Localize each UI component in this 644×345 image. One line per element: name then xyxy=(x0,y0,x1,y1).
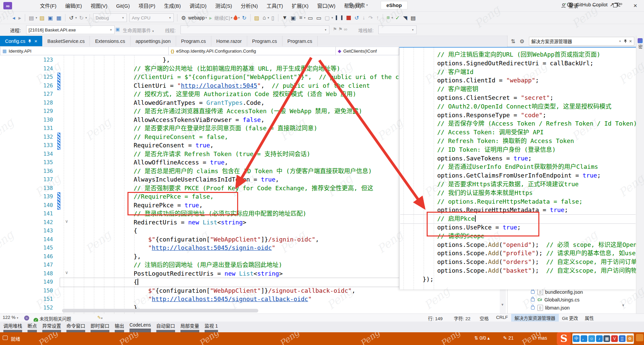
code-line[interactable]: 151 "http://localhost:5045/signout-callb… xyxy=(0,295,507,303)
panel-tab[interactable]: 输出 xyxy=(115,322,124,332)
restart-icon[interactable]: ↻ xyxy=(240,15,248,21)
type-dropdown[interactable]: {} eShop.Identity.API.Configuration.Conf… xyxy=(168,47,339,55)
ime-emoji-icon[interactable]: ☺ xyxy=(588,335,595,342)
pin-icon[interactable] xyxy=(28,39,32,43)
code-line[interactable]: // 客户端Id xyxy=(399,68,636,76)
menu-item[interactable]: 窗口(W) xyxy=(313,0,340,11)
thread-combo[interactable]: ▾ xyxy=(180,25,329,34)
ime-mic-icon[interactable]: ♪ xyxy=(596,335,603,342)
tool-window-tab[interactable]: 属性 xyxy=(582,314,597,322)
document-outline-icon[interactable]: ▯ xyxy=(270,15,276,21)
ime-toolbar[interactable]: 中，☺♪▦V▒⚙ xyxy=(572,333,634,344)
code-line[interactable]: // 是否要求Https请求元数据, 正式环境建议true xyxy=(399,180,636,189)
code-line[interactable]: options.SaveTokens = true; xyxy=(399,154,636,163)
menu-item[interactable]: 生成(B) xyxy=(160,0,185,11)
code-line[interactable]: // 用户注销后重定向的URL (回到WebApp首页或指定页面) xyxy=(399,50,636,59)
code-line[interactable]: // 是否通过UserInfo EndPoint获取额外的用户Claims xyxy=(399,162,636,171)
restart-debug-icon[interactable]: ↺ xyxy=(353,15,361,21)
tool-window-tab[interactable]: Git 更改 xyxy=(559,314,582,322)
continue-icon[interactable]: ▸继续(C)▾ xyxy=(208,14,233,21)
save-icon[interactable]: ▣ xyxy=(46,15,55,21)
scroll-down-icon[interactable]: ▼ xyxy=(622,303,625,307)
fold-chevron-icon[interactable]: ∨ xyxy=(65,219,68,224)
step-over-icon[interactable]: ↷ xyxy=(367,15,374,21)
code-cleanup-button[interactable]: ✎▾ xyxy=(97,315,103,320)
tray-extra-icon[interactable] xyxy=(636,334,643,342)
stack-frame-combo[interactable]: ▾ xyxy=(378,25,417,34)
code-line[interactable]: // 客户端密钥 xyxy=(399,85,636,93)
panel-tab[interactable]: 命令窗口 xyxy=(66,322,85,332)
intellicode-icon[interactable]: ≈ xyxy=(24,315,29,321)
pin-icon[interactable] xyxy=(624,39,627,43)
eol-indicator[interactable]: CRLF xyxy=(496,315,508,320)
menu-item[interactable]: 调试(D) xyxy=(185,0,211,11)
menu-item[interactable]: 视图(V) xyxy=(86,0,112,11)
code-line[interactable]: options.ClientId = "webapp"; xyxy=(399,76,636,85)
fold-chevron-icon[interactable]: ∨ xyxy=(65,270,68,275)
ime-grid-icon[interactable]: ▒ xyxy=(619,335,626,342)
menu-item[interactable]: 测试(S) xyxy=(211,0,236,11)
code-line[interactable]: options.GetClaimsFromUserInfoEndpoint = … xyxy=(399,171,636,180)
code-line[interactable]: options.Scope.Add("profile"); // 请求用户的基本… xyxy=(399,249,636,258)
switch-views-icon[interactable]: ⇅ xyxy=(511,38,515,45)
project-dropdown[interactable]: ▦ Identity.API ▾ xyxy=(0,47,172,55)
step-into-icon[interactable]: ↓ xyxy=(361,15,367,21)
menu-item[interactable]: 编辑(E) xyxy=(61,0,86,11)
gear-icon[interactable]: ⚙ xyxy=(520,38,524,45)
menu-item[interactable]: 工具(T) xyxy=(262,0,287,11)
step-out-icon[interactable]: ↑ xyxy=(375,15,381,21)
github-copilot-button[interactable]: GitHub Copilot ↗ xyxy=(567,2,622,8)
code-line[interactable]: }); xyxy=(399,275,636,284)
hot-reload-flame-icon[interactable]: ▾ xyxy=(233,15,240,21)
sogou-ime-logo[interactable]: S xyxy=(557,332,571,345)
monitor-icon[interactable]: ▭ xyxy=(306,15,315,21)
device-list-icon[interactable]: ≡▾ xyxy=(298,15,306,21)
scroll-down-icon[interactable]: ▼ xyxy=(501,303,504,306)
navigate-cursor-icon[interactable]: ◥ xyxy=(401,15,409,21)
screen-cast-icon[interactable]: ▭ xyxy=(315,15,323,21)
platform-combo[interactable]: Any CPU▾ xyxy=(129,13,174,22)
column-indicator[interactable]: 字符: 22 xyxy=(454,315,471,322)
share-icon[interactable]: ↗ xyxy=(610,2,614,8)
new-item-icon[interactable]: ▤▾ xyxy=(27,15,38,21)
code-line[interactable]: options.Scope.Add("basket"); // 自定义scope… xyxy=(399,266,636,275)
debug-target-combo[interactable]: Debug▾ xyxy=(93,13,127,22)
save-all-icon[interactable]: ▦ xyxy=(55,15,63,21)
panel-tab[interactable]: 调用堆栈 xyxy=(3,322,22,332)
code-line[interactable]: options.SignedOutRedirectUri = callBackU… xyxy=(399,59,636,68)
zoom-dropdown[interactable]: 122 % ▾ xyxy=(3,315,19,320)
process-combo[interactable]: [21016] Basket.API.exe▾ xyxy=(26,25,115,34)
paste-outline-icon[interactable]: ▤ xyxy=(409,15,417,21)
code-line[interactable]: // OAuth2.0/OpenId Connect响应类型, 这里是授权码模式 xyxy=(399,102,636,111)
ime-keyboard-icon[interactable]: ▦ xyxy=(603,335,610,342)
ime-lang-icon[interactable]: 中 xyxy=(573,335,580,342)
document-tab[interactable]: Program.cs xyxy=(247,36,282,46)
flag-icons[interactable]: ⚑ ⚑ ∞ xyxy=(333,26,347,32)
terminal-icon[interactable]: ▣ xyxy=(289,15,298,21)
search-control[interactable]: 搜索 ▾ xyxy=(349,1,369,8)
document-tab[interactable]: Program.cs xyxy=(282,36,318,46)
horizontal-scrollbar[interactable] xyxy=(62,308,394,313)
code-line[interactable]: // ID Token: 证明用户身份 (登录信息) xyxy=(399,145,636,154)
stop-icon[interactable] xyxy=(344,16,353,20)
ime-punct-icon[interactable]: ， xyxy=(581,335,587,342)
code-line[interactable]: // options.RequireHttpsMetadata = false; xyxy=(399,197,636,206)
deploy-icon[interactable]: ▼ xyxy=(280,15,289,21)
document-tab[interactable]: Program.cs xyxy=(176,36,211,46)
panel-tab[interactable]: 局部变量 xyxy=(180,322,199,332)
code-line[interactable]: options.Scope.Add("orders"); // 自定义scope… xyxy=(399,258,636,266)
floating-code-window[interactable]: // 用户注销后重定向的URL (回到WebApp首页或指定页面) option… xyxy=(399,47,636,289)
panel-tab[interactable]: 监视 1 xyxy=(205,322,218,332)
nav-forward-icon[interactable]: ▸ xyxy=(17,15,23,21)
nav-back-icon[interactable]: ◂ xyxy=(11,15,17,21)
member-dropdown[interactable]: ◆ GetClients(IConf xyxy=(335,47,399,55)
format-icon[interactable]: ≡▾ xyxy=(385,15,394,21)
collapsed-tool-window-tab[interactable]: 密 xyxy=(637,38,643,49)
vertical-scrollbar[interactable]: ▼ xyxy=(500,289,506,314)
panel-tab[interactable]: 断点 xyxy=(28,322,37,332)
document-tab[interactable]: Home.razor xyxy=(211,36,247,46)
code-line[interactable]: // 我们的认证服务本来就是Https xyxy=(399,189,636,197)
ime-wrench-icon[interactable]: ⚙ xyxy=(627,335,633,342)
find-in-files-icon[interactable]: ▨ xyxy=(253,15,261,21)
code-line[interactable]: options.ClientSecret = "secret"; xyxy=(399,93,636,102)
